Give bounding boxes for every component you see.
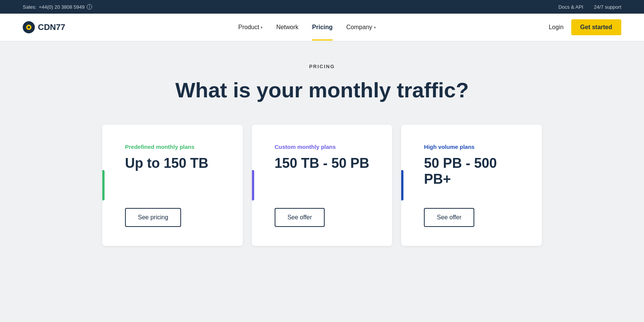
sales-label: Sales: xyxy=(23,4,36,10)
support-link[interactable]: 24/7 support xyxy=(594,4,621,10)
main-nav: CDN77 Product ▾ Network Pricing Company … xyxy=(0,14,644,41)
nav-actions: Login Get started xyxy=(549,19,621,35)
chevron-down-icon: ▾ xyxy=(374,25,376,30)
top-bar-right: Docs & API 24/7 support xyxy=(558,4,621,10)
plan-type-highvolume: High volume plans xyxy=(424,144,527,150)
main-content: PRICING What is your monthly traffic? Pr… xyxy=(95,41,549,276)
traffic-custom: 150 TB - 50 PB xyxy=(275,155,377,171)
see-offer-highvolume-button[interactable]: See offer xyxy=(424,208,474,227)
svg-point-2 xyxy=(28,26,30,28)
top-bar: Sales: +44(0) 20 3808 5949 i Docs & API … xyxy=(0,0,644,14)
card-predefined: Predefined monthly plans Up to 150 TB Se… xyxy=(102,125,243,246)
docs-api-link[interactable]: Docs & API xyxy=(558,4,583,10)
nav-link-network[interactable]: Network xyxy=(276,24,299,31)
login-button[interactable]: Login xyxy=(549,24,563,31)
card-accent-green xyxy=(102,170,105,200)
nav-links: Product ▾ Network Pricing Company ▾ xyxy=(238,24,376,31)
chevron-down-icon: ▾ xyxy=(261,25,263,30)
section-label: PRICING xyxy=(102,64,542,69)
logo-text: CDN77 xyxy=(38,22,65,32)
nav-item-product: Product ▾ xyxy=(238,24,263,31)
card-body-highvolume: High volume plans 50 PB - 500 PB+ xyxy=(424,144,527,202)
nav-item-company: Company ▾ xyxy=(346,24,375,31)
nav-item-pricing: Pricing xyxy=(312,24,333,31)
top-bar-sales: Sales: +44(0) 20 3808 5949 i xyxy=(23,4,92,10)
card-body-custom: Custom monthly plans 150 TB - 50 PB xyxy=(275,144,377,186)
get-started-button[interactable]: Get started xyxy=(571,19,621,35)
card-body-predefined: Predefined monthly plans Up to 150 TB xyxy=(125,144,228,186)
card-highvolume: High volume plans 50 PB - 500 PB+ See of… xyxy=(401,125,542,246)
card-accent-purple xyxy=(252,170,254,200)
logo-link[interactable]: CDN77 xyxy=(23,21,65,33)
phone-number: +44(0) 20 3808 5949 xyxy=(39,4,84,10)
pricing-cards-grid: Predefined monthly plans Up to 150 TB Se… xyxy=(102,125,542,246)
logo-icon xyxy=(23,21,35,33)
see-pricing-button[interactable]: See pricing xyxy=(125,208,181,227)
traffic-predefined: Up to 150 TB xyxy=(125,155,228,171)
page-headline: What is your monthly traffic? xyxy=(102,78,542,102)
plan-type-predefined: Predefined monthly plans xyxy=(125,144,228,150)
card-custom: Custom monthly plans 150 TB - 50 PB See … xyxy=(252,125,392,246)
see-offer-custom-button[interactable]: See offer xyxy=(275,208,325,227)
nav-link-product[interactable]: Product ▾ xyxy=(238,24,263,31)
nav-item-network: Network xyxy=(276,24,299,31)
plan-type-custom: Custom monthly plans xyxy=(275,144,377,150)
card-accent-blue xyxy=(401,170,403,200)
info-icon: i xyxy=(87,4,92,9)
nav-link-company[interactable]: Company ▾ xyxy=(346,24,375,31)
nav-link-pricing[interactable]: Pricing xyxy=(312,24,333,31)
traffic-highvolume: 50 PB - 500 PB+ xyxy=(424,155,527,187)
